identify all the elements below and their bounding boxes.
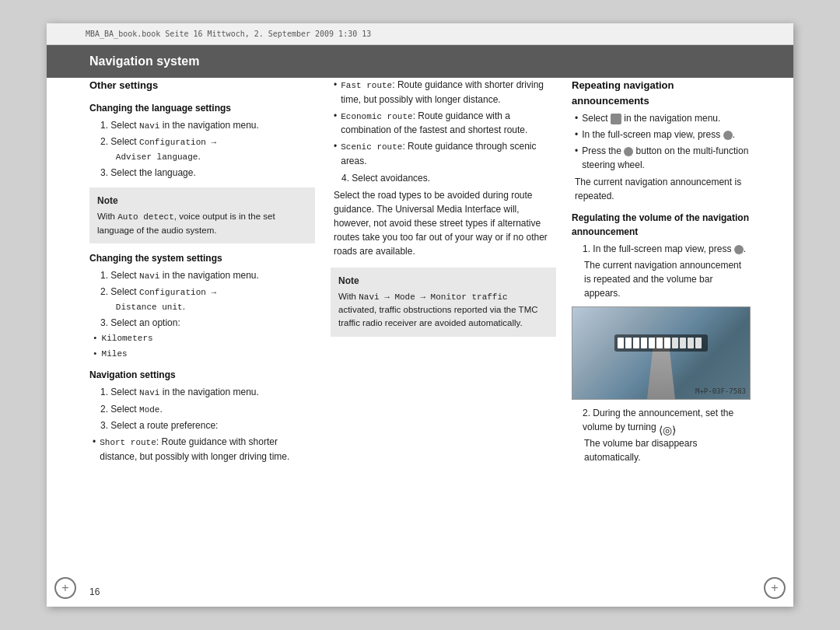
corner-mark-br bbox=[764, 577, 786, 599]
image-caption: M+P-03F-7583 bbox=[695, 387, 746, 397]
page-header: Navigation system bbox=[47, 45, 793, 78]
volume-regulate-title: Regulating the volume of the navigation … bbox=[572, 211, 751, 239]
system-settings-title: Changing the system settings bbox=[89, 251, 315, 265]
top-bar-text: MBA_BA_book.book Seite 16 Mittwoch, 2. S… bbox=[86, 30, 371, 38]
vol-block-6 bbox=[656, 338, 663, 348]
sys-step-1: 1. Select Navi in the navigation menu. bbox=[100, 268, 315, 283]
mid-note-text: With Navi → Mode → Monitor traffic activ… bbox=[338, 290, 548, 331]
language-settings-title: Changing the language settings bbox=[89, 101, 315, 115]
mid-bullet-scenic: Scenic route: Route guidance through sce… bbox=[334, 139, 556, 168]
nav-settings-title: Navigation settings bbox=[89, 368, 315, 382]
nav-step-1: 1. Select Navi in the navigation menu. bbox=[100, 385, 315, 400]
page-container: MBA_BA_book.book Seite 16 Mittwoch, 2. S… bbox=[47, 23, 793, 607]
other-settings-title: Other settings bbox=[89, 78, 315, 93]
mid-bullet-economic: Economic route: Route guidance with a co… bbox=[334, 109, 556, 138]
page-title: Navigation system bbox=[89, 54, 199, 68]
lang-step-3: 3. Select the language. bbox=[100, 166, 315, 180]
lang-note-box: Note With Auto detect, voice output is i… bbox=[89, 187, 315, 243]
sys-step-2: 2. Select Configuration → Distance unit. bbox=[100, 285, 315, 313]
mid-note-title: Note bbox=[338, 274, 548, 288]
vol-block-11 bbox=[695, 338, 702, 348]
sys-step-3: 3. Select an option: bbox=[100, 316, 315, 330]
left-column: Other settings Changing the language set… bbox=[89, 78, 315, 576]
mid-note-box: Note With Navi → Mode → Monitor traffic … bbox=[331, 268, 556, 337]
vol-block-10 bbox=[688, 338, 694, 348]
lang-note-title: Note bbox=[97, 194, 307, 208]
vol-step-2: 2. During the announcement, set the volu… bbox=[583, 406, 751, 434]
vol-block-1 bbox=[618, 338, 624, 348]
repeat-detail: The current navigation announcement is r… bbox=[575, 175, 751, 203]
middle-column: Fast route: Route guidance with shorter … bbox=[331, 78, 556, 576]
vol-block-4 bbox=[641, 338, 647, 348]
nav-step-2: 2. Select Mode. bbox=[100, 402, 315, 417]
top-bar: MBA_BA_book.book Seite 16 Mittwoch, 2. S… bbox=[47, 23, 793, 45]
repeat-bullet-2: In the full-screen map view, press . bbox=[575, 128, 751, 142]
vol-block-3 bbox=[633, 338, 639, 348]
repeat-announce-title: Repeating navigation announcements bbox=[572, 78, 751, 108]
repeat-bullet-1: Select in the navigation menu. bbox=[575, 111, 751, 125]
vol-block-7 bbox=[664, 338, 670, 348]
mid-step4-detail: Select the road types to be avoided duri… bbox=[334, 188, 556, 258]
mid-bullet-fast: Fast route: Route guidance with shorter … bbox=[334, 78, 556, 107]
lang-step-1: 1. Select Navi in the navigation menu. bbox=[100, 118, 315, 133]
volume-bar bbox=[614, 334, 708, 352]
vol-block-9 bbox=[680, 338, 686, 348]
vol-step-1: 1. In the full-screen map view, press . bbox=[583, 242, 751, 256]
sys-bullet-km: Kilometers bbox=[93, 332, 315, 345]
repeat-bullet-3: Press the button on the multi-function s… bbox=[575, 144, 751, 172]
page-number: 16 bbox=[89, 586, 100, 597]
vol-step1-detail: The current navigation announcement is r… bbox=[584, 258, 751, 300]
lang-step-2: 2. Select Configuration → Adviser langua… bbox=[100, 135, 315, 163]
right-column: Repeating navigation announcements Selec… bbox=[572, 78, 751, 576]
sys-bullet-mi: Miles bbox=[93, 348, 315, 361]
nav-step-3: 3. Select a route preference: bbox=[100, 418, 315, 432]
vol-block-2 bbox=[625, 338, 632, 348]
nav-image: M+P-03F-7583 bbox=[572, 306, 751, 400]
vol-block-8 bbox=[672, 338, 678, 348]
nav-bullet-short: Short route: Route guidance with shorter… bbox=[93, 435, 315, 464]
lang-note-text: With Auto detect, voice output is in the… bbox=[97, 210, 307, 237]
vol-step2-detail: The volume bar disappears automatically. bbox=[584, 436, 751, 464]
corner-mark-bl bbox=[54, 577, 76, 599]
mid-step-4: 4. Select avoidances. bbox=[341, 171, 556, 185]
content-area: Other settings Changing the language set… bbox=[89, 78, 751, 576]
vol-block-5 bbox=[649, 338, 655, 348]
